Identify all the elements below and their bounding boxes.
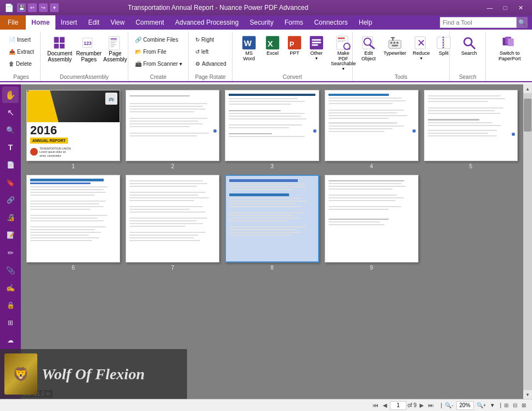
document-assembly-button[interactable]: Document Assembly: [45, 33, 75, 70]
sidebar-tool-layers[interactable]: ⊞: [2, 315, 19, 331]
tool-search-input[interactable]: [440, 17, 517, 28]
zoom-level-input[interactable]: [456, 401, 474, 410]
renumber-pages-button[interactable]: 123 Renumber Pages: [76, 33, 102, 70]
page-thumb-9[interactable]: 9: [325, 175, 418, 271]
zoom-dropdown-arrow[interactable]: ▾: [491, 402, 494, 409]
convert-group-label: Convert: [237, 74, 348, 81]
ms-word-button[interactable]: W MS Word: [237, 33, 261, 70]
menu-home[interactable]: Home: [26, 15, 55, 30]
menu-security[interactable]: Security: [244, 15, 279, 30]
page-thumb-2[interactable]: 2: [126, 90, 219, 169]
redo-quick-icon[interactable]: ↪: [39, 3, 48, 12]
delete-button[interactable]: 🗑 Delete: [7, 58, 36, 69]
nav-next-button[interactable]: ▶: [418, 402, 426, 409]
menu-advanced-processing[interactable]: Advanced Processing: [169, 15, 244, 30]
typewriter-button[interactable]: Typewriter: [381, 33, 409, 70]
rotate-right-button[interactable]: ↻ Right: [193, 34, 228, 45]
sidebar-tool-highlight[interactable]: ✏: [2, 244, 19, 261]
rotate-advanced-button[interactable]: ⚙ Advanced: [193, 58, 228, 69]
page-thumb-6[interactable]: 6: [26, 175, 120, 271]
page-thumb-3[interactable]: 3: [225, 90, 319, 169]
makepdf-dropdown-arrow: ▾: [342, 66, 344, 71]
sidebar-tool-attach[interactable]: 📎: [2, 262, 19, 278]
combine-files-button[interactable]: 🔗 Combine Files: [133, 34, 184, 45]
insert-button[interactable]: 📄 Insert: [7, 34, 36, 45]
sidebar-tool-hand[interactable]: ✋: [2, 87, 19, 103]
view-fit-page-button[interactable]: ⊞: [502, 402, 510, 409]
tool-search-icon[interactable]: 🔍: [517, 17, 528, 28]
pages-grid-row1: 🚌 2016 ANNUAL REPORT TRANSPORTION UNIONL…: [26, 90, 518, 169]
maximize-button[interactable]: □: [498, 3, 512, 13]
sidebar-tool-protect[interactable]: 🔒: [2, 297, 19, 313]
menu-forms[interactable]: Forms: [279, 15, 309, 30]
sidebar-tool-zoom[interactable]: 🔍: [2, 122, 19, 138]
sidebar-tool-stamp[interactable]: 🔏: [2, 209, 19, 226]
right-scrollbar[interactable]: ▲ ▼: [523, 84, 532, 399]
scroll-thumb[interactable]: [524, 99, 531, 132]
ribbon-group-create: 🔗 Combine Files 📂 From File 📠 From Scann…: [128, 32, 189, 81]
status-bar: ⏮ ◀ of 9 ▶ ⏭ | 🔍- 🔍+ ▾ | ⊞ ⊟ ⊠: [0, 399, 532, 411]
watermark: 🦁 Wolf Of Flexion: [0, 349, 187, 399]
title-left: 📄 💾 ↩ ↪ ▾ Transportation Annual Report -…: [4, 3, 308, 12]
nav-prev-button[interactable]: ◀: [381, 402, 389, 409]
scroll-track[interactable]: [523, 93, 532, 390]
page-number-input[interactable]: [390, 401, 406, 410]
edit-object-button[interactable]: Edit Object: [357, 33, 380, 70]
page-assembly-button[interactable]: Page Assembly: [103, 33, 127, 70]
menu-file[interactable]: File: [0, 15, 26, 30]
save-quick-icon[interactable]: 💾: [17, 3, 26, 12]
sidebar-tool-text[interactable]: T: [2, 139, 19, 156]
scroll-up-arrow[interactable]: ▲: [523, 84, 532, 93]
extract-button[interactable]: 📤 Extract: [7, 46, 36, 57]
sidebar-tool-bookmark[interactable]: 🔖: [2, 174, 19, 191]
page-number-1: 1: [72, 163, 75, 169]
ribbon-tools-rotate: ↻ Right ↺ left ⚙ Advanced: [193, 32, 228, 74]
title-text: Transportation Annual Report - Nuance Po…: [128, 4, 308, 12]
excel-button[interactable]: X Excel: [262, 33, 283, 70]
svg-rect-23: [338, 38, 345, 39]
from-file-button[interactable]: 📂 From File: [133, 46, 184, 57]
paperport-group-label: [490, 80, 525, 81]
menu-connectors[interactable]: Connectors: [309, 15, 353, 30]
rotate-left-button[interactable]: ↺ left: [193, 46, 228, 57]
page-2-content: [126, 90, 219, 161]
zoom-in-button[interactable]: 🔍+: [475, 402, 488, 409]
sidebar-tool-sign[interactable]: ✍: [2, 279, 19, 296]
menu-view[interactable]: View: [105, 15, 130, 30]
page-thumb-4[interactable]: 4: [325, 90, 418, 169]
typewriter-icon: [387, 35, 403, 50]
close-button[interactable]: ✕: [513, 3, 528, 13]
sidebar-tool-page[interactable]: 📄: [2, 157, 19, 173]
quick-access-more[interactable]: ▾: [50, 3, 59, 12]
nav-last-button[interactable]: ⏭: [427, 402, 435, 409]
sidebar-tool-pointer[interactable]: ↖: [2, 104, 19, 121]
menu-help[interactable]: Help: [353, 15, 378, 30]
svg-rect-10: [110, 44, 116, 45]
sidebar-tool-link[interactable]: 🔗: [2, 192, 19, 208]
watermark-image: 🦁: [4, 353, 37, 395]
from-scanner-button[interactable]: 📠 From Scanner ▾: [133, 58, 184, 69]
view-fit-width-button[interactable]: ⊟: [511, 402, 519, 409]
sidebar-tool-form[interactable]: 📝: [2, 227, 19, 243]
undo-quick-icon[interactable]: ↩: [28, 3, 37, 12]
reduce-button[interactable]: Reduce ▾: [410, 33, 433, 70]
svg-text:X: X: [268, 39, 273, 48]
search-button[interactable]: Search: [454, 33, 484, 70]
page-thumb-8[interactable]: 8: [225, 175, 319, 271]
zoom-out-button[interactable]: 🔍-: [443, 402, 455, 409]
ppt-button[interactable]: P PPT: [284, 33, 305, 70]
menu-comment[interactable]: Comment: [130, 15, 169, 30]
nav-first-button[interactable]: ⏮: [371, 402, 380, 409]
menu-insert[interactable]: Insert: [55, 15, 83, 30]
minimize-button[interactable]: —: [483, 3, 497, 13]
other-convert-button[interactable]: Other ▾: [306, 33, 327, 70]
page-thumb-7[interactable]: 7: [126, 175, 219, 271]
view-thumbnails-button[interactable]: ⊠: [520, 402, 528, 409]
menu-edit[interactable]: Edit: [83, 15, 105, 30]
switch-paperport-button[interactable]: Switch to PaperPort: [490, 33, 529, 70]
from-scanner-icon: 📠: [135, 61, 142, 67]
page-thumb-5[interactable]: 5: [424, 90, 518, 169]
page-thumb-1[interactable]: 🚌 2016 ANNUAL REPORT TRANSPORTION UNIONL…: [26, 90, 120, 169]
sidebar-tool-cloud[interactable]: ☁: [2, 332, 19, 349]
scroll-down-arrow[interactable]: ▼: [523, 390, 532, 399]
